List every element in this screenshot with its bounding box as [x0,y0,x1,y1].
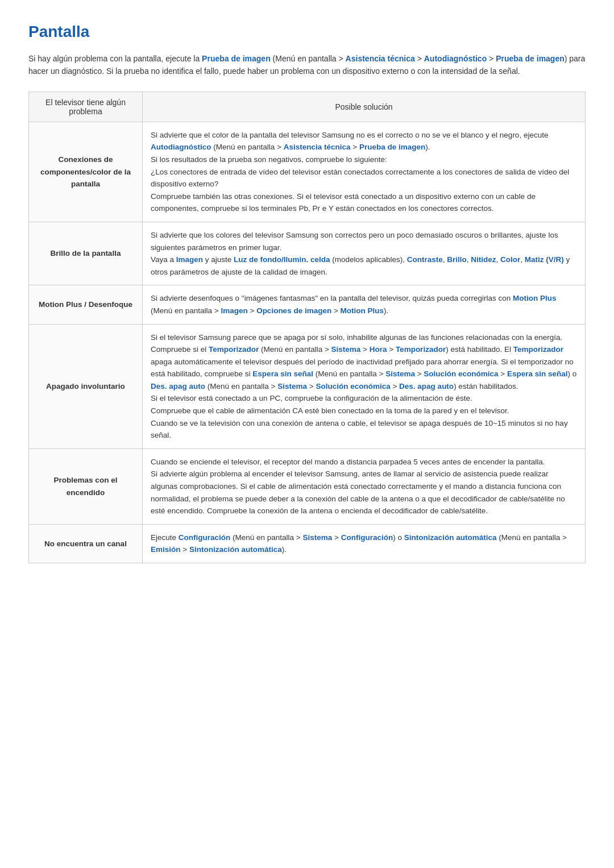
table-cell-problem-1: Brillo de la pantalla [29,222,143,285]
table-cell-solution-1: Si advierte que los colores del televiso… [143,222,586,285]
table-row: Apagado involuntarioSi el televisor Sams… [29,324,586,448]
table-cell-problem-3: Apagado involuntario [29,324,143,448]
table-cell-problem-0: Conexiones de componentes/color de la pa… [29,122,143,222]
intro-text-before-link1: Si hay algún problema con la pantalla, e… [28,54,202,63]
table-cell-solution-0: Si advierte que el color de la pantalla … [143,122,586,222]
table-header-solution: Posible solución [143,92,586,122]
table-cell-solution-2: Si advierte desenfoques o "imágenes fant… [143,285,586,324]
table-cell-problem-5: No encuentra un canal [29,524,143,563]
table-row: Brillo de la pantallaSi advierte que los… [29,222,586,285]
table-row: Motion Plus / DesenfoqueSi advierte dese… [29,285,586,324]
intro-link-autodiagnostico[interactable]: Autodiagnóstico [424,54,487,63]
table-cell-solution-3: Si el televisor Samsung parece que se ap… [143,324,586,448]
table-cell-solution-4: Cuando se enciende el televisor, el rece… [143,448,586,524]
intro-link-asistencia[interactable]: Asistencia técnica [346,54,415,63]
intro-link-prueba-imagen[interactable]: Prueba de imagen [202,54,271,63]
table-row: Problemas con el encendidoCuando se enci… [29,448,586,524]
intro-link-prueba-imagen2[interactable]: Prueba de imagen [496,54,565,63]
table-row: Conexiones de componentes/color de la pa… [29,122,586,222]
table-cell-solution-5: Ejecute Configuración (Menú en pantalla … [143,524,586,563]
intro-paragraph: Si hay algún problema con la pantalla, e… [28,52,586,78]
table-header-problem: El televisor tiene algún problema [29,92,143,122]
page-title: Pantalla [28,23,586,41]
intro-text-after-link1: (Menú en pantalla > [271,54,346,63]
table-cell-problem-2: Motion Plus / Desenfoque [29,285,143,324]
table-cell-problem-4: Problemas con el encendido [29,448,143,524]
table-row: No encuentra un canalEjecute Configuraci… [29,524,586,563]
intro-text-after-link3: > [487,54,496,63]
problems-table: El televisor tiene algún problema Posibl… [28,92,586,563]
intro-text-after-link2: > [415,54,424,63]
